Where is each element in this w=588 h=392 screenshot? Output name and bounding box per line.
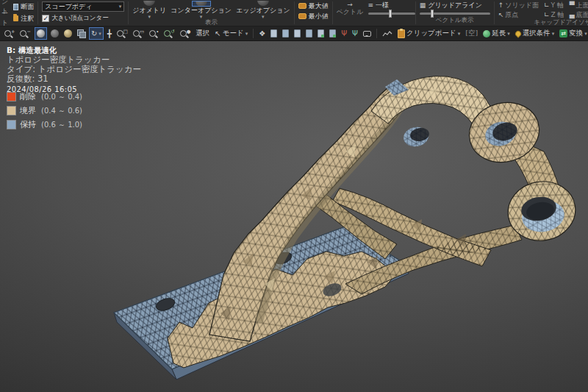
separator (415, 1, 416, 24)
extend-icon (483, 30, 490, 38)
view-layers-icon (329, 29, 336, 38)
view-page-icon (270, 29, 277, 38)
vertex-contour-checkbox[interactable]: ✓ 大きい頂点コンター (42, 13, 124, 23)
zoom-next-button[interactable]: ● (179, 27, 193, 40)
chevron-down-icon: ▾ (458, 32, 461, 36)
z-axis-icon: ∟ (544, 11, 550, 18)
top-junction-hole (402, 125, 430, 149)
transform-dropdown[interactable]: ⇄変換▾ (558, 27, 588, 40)
min-value-icon (298, 13, 306, 19)
probe-icon: Ψ (341, 29, 347, 38)
chevron-down-icon: ▾ (98, 32, 101, 36)
shaded-sphere-icon (37, 29, 45, 38)
zoom-in-icon (4, 30, 11, 37)
zoom-previous-icon (164, 30, 171, 37)
copy-body-icon (77, 29, 85, 38)
group-caption: 表示 (132, 19, 290, 26)
max-value-button[interactable]: 最大値 (298, 1, 329, 11)
view-stack-icon (318, 29, 324, 38)
scope-body-select[interactable]: スコープボディ ▾ (42, 1, 124, 12)
slider-thumb[interactable] (431, 10, 434, 18)
rotate-icon: ↻ (91, 29, 97, 38)
section-plane-icon (13, 4, 19, 10)
gray-sphere-icon (51, 29, 59, 38)
view-copy-button[interactable] (281, 27, 290, 40)
chevron-down-icon: ▾ (507, 32, 510, 36)
truncated-label: ート (1, 9, 11, 26)
map-pin-icon (514, 29, 522, 38)
copy-body-button[interactable] (76, 27, 87, 40)
grid-align-button[interactable]: ▦ グリッドアライン (420, 1, 490, 10)
zoom-in-button[interactable]: + (3, 27, 16, 40)
checkbox-check-icon: ✓ (42, 15, 49, 22)
ribbon-group-vector: → ベクトル ≡ 一様 (335, 0, 413, 26)
select-button[interactable]: 選択 (194, 27, 211, 40)
clipboard-icon (398, 29, 405, 38)
legend-swatch-keep (7, 120, 16, 129)
probe-icon: Ψ (352, 29, 358, 38)
y-axis-icon: ∟ (544, 1, 550, 9)
zoom-fit-button[interactable]: ▭ (132, 27, 146, 40)
chevron-down-icon: ▾ (119, 4, 122, 9)
view-capture-button[interactable] (269, 27, 279, 40)
annotation-button[interactable]: ート 注釈 (1, 13, 34, 24)
zoom-window-button[interactable]: □ (115, 27, 129, 40)
chevron-down-icon: ▾ (584, 32, 587, 36)
chart-button[interactable] (381, 27, 394, 40)
viewport-3d[interactable]: B: 構造最適化 トポロジー密度トラッカー タイプ: トポロジー密度トラッカー … (0, 41, 588, 392)
textured-view-button[interactable] (62, 27, 74, 40)
separator (37, 1, 38, 24)
uniform-slider[interactable] (368, 13, 415, 15)
zoom-out-icon (20, 30, 26, 37)
zoom-next-icon (180, 30, 187, 37)
shaded-view-button[interactable] (35, 27, 47, 40)
mode-dropdown[interactable]: ↖モード▾ (213, 27, 249, 40)
slider-thumb[interactable] (389, 10, 392, 18)
wireframe-view-button[interactable] (49, 27, 60, 40)
geometry-button[interactable]: ジオメトリ ▾ (132, 1, 166, 19)
contour-options-icon (196, 1, 207, 7)
view-copy-icon (282, 29, 289, 38)
min-value-button[interactable]: 最小値 (298, 11, 329, 21)
y-axis-button[interactable]: ∟ Y 軸 (544, 1, 564, 10)
textured-sphere-icon (64, 29, 72, 38)
view-duplicate-button[interactable] (304, 27, 314, 40)
separator (253, 29, 254, 38)
cursor-icon: ↖ (215, 29, 220, 38)
comment-button[interactable] (362, 27, 373, 40)
view-layers-button[interactable] (328, 27, 337, 40)
probe-multi-button[interactable]: Ψ (351, 27, 359, 40)
density-legend: 削除 (0.0 ～ 0.4) 境界 (0.4 ～ 0.6) 保持 (0.6 ～ … (7, 91, 82, 130)
vector-button[interactable]: → ベクトル (337, 1, 364, 16)
extend-dropdown[interactable]: 延長▾ (481, 27, 512, 40)
zoom-selected-button[interactable]: ∙ (148, 27, 160, 40)
result-iterations: 反復数: 31 (7, 74, 141, 84)
zoom-out-button[interactable]: − (18, 27, 32, 40)
bottom-face-icon: ▄ (570, 11, 575, 18)
view-paste-button[interactable] (293, 27, 302, 40)
uniform-button[interactable]: ≡ 一様 (368, 1, 415, 10)
legend-item-keep: 保持 (0.6 ～ 1.0) (7, 119, 82, 130)
chevron-down-icon: ▾ (245, 32, 248, 36)
result-info-block: B: 構造最適化 トポロジー密度トラッカー タイプ: トポロジー密度トラッカー … (7, 46, 141, 94)
expand-button[interactable]: ❖ (257, 27, 267, 40)
view-stack-button[interactable] (316, 27, 326, 40)
pan-button[interactable]: ╋ (106, 27, 113, 40)
top-face-button[interactable]: ▀ 上面 (570, 1, 588, 10)
zoom-previous-button[interactable]: ↺ (162, 27, 176, 40)
origin-button[interactable]: ↖ 原点 (498, 10, 539, 19)
contour-options-button[interactable]: コンターオプション ▾ (171, 1, 232, 19)
ribbon-group-scope: スコープボディ ▾ ✓ 大きい頂点コンター (40, 0, 126, 26)
solid-face-button[interactable]: ↑ ソリッド面 (498, 1, 539, 10)
edge-options-button[interactable]: エッジオプション ▾ (236, 1, 290, 19)
grid-align-slider[interactable] (420, 13, 490, 15)
orbit-button[interactable]: ↻▾ (89, 27, 104, 40)
separator (128, 1, 129, 24)
clipboard-dropdown[interactable]: クリップボード▾ (396, 27, 462, 40)
separator (332, 1, 333, 24)
selection-criteria-dropdown[interactable]: 選択条件▾ (514, 27, 556, 40)
geometry-icon (143, 1, 155, 6)
separator (294, 1, 295, 24)
probe-red-button[interactable]: Ψ (340, 27, 348, 40)
view-toolbar: + − ↻▾ ╋ □ ▭ ∙ ↺ ● 選択 ↖モード▾ ❖ Ψ Ψ クリップボー… (0, 26, 588, 41)
